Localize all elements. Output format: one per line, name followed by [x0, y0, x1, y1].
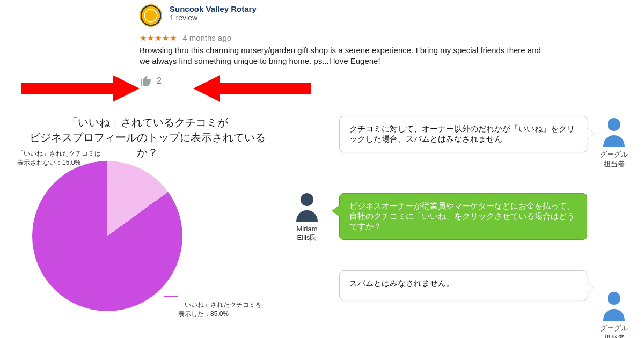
pie-leader-major [164, 296, 178, 297]
person-label: グーグル 担当者 [600, 324, 628, 338]
thumb-up-icon [140, 75, 152, 87]
review-rating-row: ★★★★★ 4 months ago [140, 33, 547, 43]
person-icon [601, 117, 627, 147]
speech-text: クチコミに対して、オーナー以外のだれかが「いいね」をクリックした場合、スパムとは… [349, 124, 575, 143]
speech-bubble-google-1: クチコミに対して、オーナー以外のだれかが「いいね」をクリックした場合、スパムとは… [339, 116, 587, 152]
speech-tail-icon [332, 205, 340, 216]
person-google-2: グーグル 担当者 [600, 291, 628, 338]
like-count: 2 [157, 76, 162, 86]
reviewer-subtitle: 1 review [170, 13, 257, 22]
svg-point-5 [301, 193, 313, 206]
svg-point-6 [608, 292, 620, 305]
speech-bubble-google-2: スパムとはみなされません。 [339, 270, 587, 300]
speech-bubble-miriam: ビジネスオーナーが従業員やマーケターなどにお金を払って、自社のクチコミに「いいね… [339, 193, 587, 240]
reviewer-meta: Suncook Valley Rotary 1 review [170, 4, 257, 27]
speech-tail-icon [587, 283, 594, 293]
pie-chart [32, 161, 182, 311]
review-header: Suncook Valley Rotary 1 review [140, 4, 547, 27]
reviewer-avatar [140, 4, 162, 27]
svg-rect-0 [21, 83, 113, 94]
review-body: Browsing thru this charming nursery/gard… [140, 45, 547, 67]
person-label: グーグル 担当者 [600, 150, 628, 169]
person-google-1: グーグル 担当者 [600, 117, 628, 169]
chart-title-line1: 「いいね」されているクチコミが [67, 116, 228, 128]
arrow-right-icon [21, 75, 140, 102]
person-icon [294, 192, 320, 222]
pie-label-major: 「いいね」されたクチコミを 表示した：85.0% [178, 300, 262, 319]
annotation-arrow-left [21, 75, 140, 104]
svg-rect-3 [220, 83, 311, 94]
person-miriam: Miriam Ellis氏 [294, 192, 320, 243]
star-rating-icon: ★★★★★ [140, 33, 177, 42]
person-icon [601, 291, 627, 321]
person-label: Miriam Ellis氏 [294, 225, 320, 243]
speech-text: スパムとはみなされません。 [349, 278, 454, 288]
review-age: 4 months ago [182, 33, 231, 42]
reviewer-name: Suncook Valley Rotary [170, 4, 257, 13]
speech-tail-icon [587, 128, 594, 139]
pie-chart-graphic [32, 161, 182, 311]
speech-text: ビジネスオーナーが従業員やマーケターなどにお金を払って、自社のクチコミに「いいね… [349, 201, 575, 231]
svg-point-4 [608, 118, 620, 131]
svg-marker-1 [113, 75, 140, 102]
annotation-arrow-right [193, 75, 311, 104]
arrow-left-icon [193, 75, 311, 102]
svg-marker-2 [193, 75, 220, 102]
